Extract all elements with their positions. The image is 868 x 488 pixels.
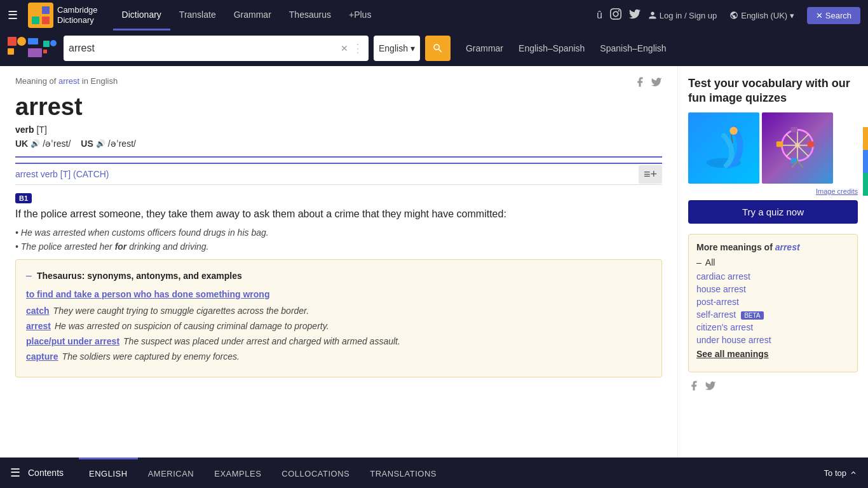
svg-rect-22 (808, 141, 815, 147)
social-links: û Log in / Sign up English (UK) ▾ ✕ Sear… (597, 7, 860, 24)
thesaurus-example-3: The soldiers were captured by enemy forc… (62, 351, 240, 362)
search-button-top[interactable]: ✕ Search (807, 7, 860, 24)
search-input[interactable] (69, 43, 341, 54)
meaning-cardiac-arrest[interactable]: cardiac arrest (696, 271, 850, 281)
collapse-icon: – (696, 257, 702, 268)
thesaurus-block: – Thesaurus: synonyms, antonyms, and exa… (15, 259, 662, 377)
svg-rect-20 (791, 127, 798, 133)
level-badge: B1 (15, 193, 32, 203)
quiz-image-2 (762, 112, 833, 184)
list-view-button[interactable]: ≡+ (639, 165, 662, 184)
more-meanings-title: More meanings of arrest (696, 242, 850, 252)
quick-link-en-es[interactable]: English–Spanish (519, 43, 585, 53)
bottom-tab-collocations[interactable]: COLLOCATIONS (271, 458, 360, 463)
try-quiz-button[interactable]: Try a quiz now (688, 200, 858, 224)
sidebar-facebook-icon[interactable] (688, 380, 700, 395)
accent-blue (863, 150, 868, 173)
bottom-bar: ☰ Contents ENGLISH AMERICAN EXAMPLES COL… (0, 458, 868, 463)
hamburger-menu-icon[interactable]: ☰ (8, 8, 18, 22)
accent-green (863, 173, 868, 196)
decorative-shapes (8, 37, 58, 60)
svg-point-13 (729, 126, 737, 134)
thesaurus-title: Thesaurus: synonyms, antonyms, and examp… (37, 271, 242, 281)
quiz-image-1 (688, 112, 759, 184)
see-all-meanings-link[interactable]: See all meanings (696, 349, 850, 359)
svg-rect-23 (776, 141, 783, 147)
definition-block: B1 If the police arrest someone, they ta… (15, 185, 662, 385)
thesaurus-example-2: The suspect was placed under arrest and … (123, 336, 400, 346)
svg-point-6 (17, 37, 26, 46)
thesaurus-word-catch[interactable]: catch (26, 306, 50, 316)
login-link[interactable]: Log in / Sign up (648, 11, 717, 20)
svg-rect-9 (43, 41, 50, 47)
thesaurus-word-place-under-arrest[interactable]: place/put under arrest (26, 336, 119, 346)
thesaurus-example-0: They were caught trying to smuggle cigar… (53, 306, 309, 316)
language-selector[interactable]: English (UK) ▾ (729, 11, 794, 20)
thesaurus-subtitle[interactable]: to find and take a person who has done s… (26, 289, 651, 299)
quiz-promo: Test your vocabulary with our fun image … (688, 76, 858, 234)
breadcrumb-word[interactable]: arrest (58, 76, 79, 86)
quiz-images (688, 112, 858, 184)
nav-link-dictionary[interactable]: Dictionary (113, 0, 170, 30)
accent-bar (863, 127, 868, 196)
phonetic-us: US 🔊 /əˈrest/ (81, 139, 136, 149)
sense-tab-catch[interactable]: arrest verb [T] (CATCH) (15, 164, 639, 184)
search-clear-icon[interactable]: ✕ (341, 43, 348, 53)
thesaurus-example-1: He was arrested on suspicion of causing … (55, 321, 329, 331)
bottom-tab-examples[interactable]: EXAMPLES (204, 458, 271, 463)
svg-rect-10 (43, 50, 47, 53)
top-navigation: ☰ Cambridge Dictionary Dictionary Transl… (0, 0, 868, 30)
nav-link-translate[interactable]: Translate (170, 0, 225, 30)
share-twitter-icon[interactable] (651, 76, 662, 91)
us-audio-icon[interactable]: 🔊 (96, 139, 105, 148)
quick-link-grammar[interactable]: Grammar (466, 43, 503, 53)
accent-orange (863, 127, 868, 150)
twitter-icon[interactable] (629, 8, 641, 22)
sense-tab-extra: ≡+ (639, 165, 662, 184)
thesaurus-collapse-icon[interactable]: – (26, 270, 32, 281)
breadcrumb: Meaning of arrest in English (15, 76, 662, 86)
beta-badge: BETA (741, 311, 763, 320)
quick-link-es-en[interactable]: Spanish–English (600, 43, 666, 53)
thesaurus-entry-0: catch They were caught trying to smuggle… (26, 306, 651, 316)
nav-link-thesaurus[interactable]: Thesaurus (280, 0, 340, 30)
sidebar-twitter-icon[interactable] (705, 380, 716, 395)
thesaurus-word-arrest[interactable]: arrest (26, 321, 51, 331)
svg-line-25 (797, 161, 803, 168)
all-toggle[interactable]: – All (696, 257, 850, 268)
search-options-icon[interactable]: ⋮ (352, 41, 363, 55)
bottom-tabs: ENGLISH AMERICAN EXAMPLES COLLOCATIONS T… (79, 458, 824, 463)
share-facebook-icon[interactable] (634, 76, 646, 91)
bottom-tab-english[interactable]: ENGLISH (79, 458, 138, 463)
search-go-button[interactable] (425, 36, 451, 61)
uk-audio-icon[interactable]: 🔊 (31, 139, 40, 148)
more-meanings-section: More meanings of arrest – All cardiac ar… (688, 234, 858, 372)
language-select[interactable]: English ▾ (374, 36, 420, 61)
thesaurus-entry-1: arrest He was arrested on suspicion of c… (26, 321, 651, 331)
bottom-tab-translations[interactable]: TRANSLATIONS (360, 458, 447, 463)
word-pos: verb [T] (15, 125, 662, 135)
svg-rect-5 (8, 48, 14, 55)
instagram-icon[interactable] (610, 8, 621, 22)
nav-link-plus[interactable]: +Plus (340, 0, 380, 30)
meaning-house-arrest[interactable]: house arrest (696, 284, 850, 294)
svg-rect-8 (28, 48, 42, 57)
image-credits-link[interactable]: Image credits (688, 187, 858, 195)
meaning-under-house-arrest[interactable]: under house arrest (696, 335, 850, 345)
main-layout: Meaning of arrest in English arrest verb… (0, 66, 868, 463)
facebook-icon[interactable]: û (597, 10, 602, 21)
example-2: • The police arrested her for drinking a… (15, 241, 662, 252)
thesaurus-word-capture[interactable]: capture (26, 351, 58, 362)
bottom-tab-american[interactable]: AMERICAN (138, 458, 205, 463)
quick-links: Grammar English–Spanish Spanish–English (466, 43, 667, 53)
svg-rect-1 (42, 6, 50, 14)
nav-link-grammar[interactable]: Grammar (225, 0, 280, 30)
meaning-citizens-arrest[interactable]: citizen's arrest (696, 322, 850, 332)
meaning-self-arrest[interactable]: self-arrest BETA (696, 309, 850, 320)
logo-image (28, 3, 53, 28)
svg-rect-2 (32, 17, 39, 24)
thesaurus-header[interactable]: – Thesaurus: synonyms, antonyms, and exa… (26, 270, 651, 281)
all-section: – All cardiac arrest house arrest post-a… (696, 257, 850, 359)
meaning-post-arrest[interactable]: post-arrest (696, 297, 850, 307)
logo[interactable]: Cambridge Dictionary (28, 3, 98, 28)
